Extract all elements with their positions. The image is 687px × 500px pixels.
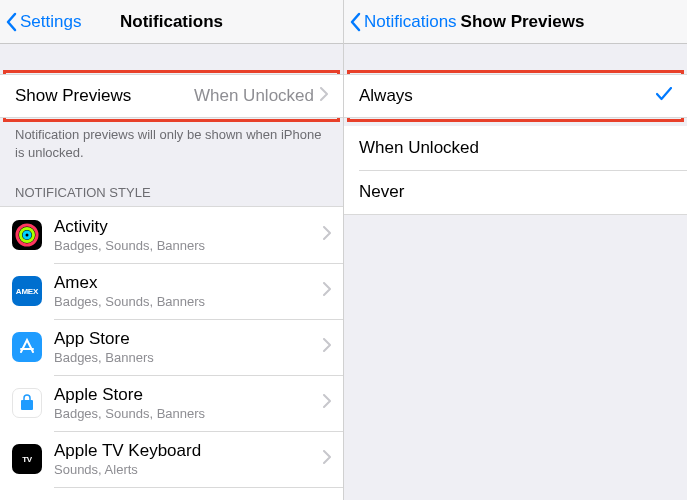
option-label: When Unlocked	[359, 138, 672, 158]
app-sub: Badges, Banners	[54, 350, 323, 365]
page-title: Show Previews	[461, 12, 585, 32]
navbar-left: Settings Notifications	[0, 0, 343, 44]
chevron-right-icon	[323, 226, 331, 244]
option-label: Never	[359, 182, 672, 202]
app-row-calendar[interactable]: Thursday 9 Calendar Off	[0, 487, 343, 500]
back-button-notifications[interactable]: Notifications	[350, 12, 457, 32]
chevron-right-icon	[323, 338, 331, 356]
notification-style-header: NOTIFICATION STYLE	[0, 179, 343, 206]
page-title: Notifications	[120, 12, 223, 32]
chevron-right-icon	[323, 394, 331, 412]
option-always[interactable]: Always	[344, 74, 687, 118]
show-previews-panel: Notifications Show Previews Always When …	[343, 0, 687, 500]
chevron-left-icon	[6, 12, 18, 32]
applestore-icon	[12, 388, 42, 418]
app-row-applestore[interactable]: Apple Store Badges, Sounds, Banners	[0, 375, 343, 431]
back-label: Notifications	[364, 12, 457, 32]
chevron-right-icon	[323, 450, 331, 468]
option-when-unlocked[interactable]: When Unlocked	[344, 126, 687, 170]
activity-icon	[12, 220, 42, 250]
show-previews-wrap: Show Previews When Unlocked	[0, 74, 343, 118]
spacer	[0, 44, 343, 74]
svg-point-2	[24, 232, 30, 238]
back-label: Settings	[20, 12, 81, 32]
app-sub: Badges, Sounds, Banners	[54, 238, 323, 253]
app-sub: Badges, Sounds, Banners	[54, 294, 323, 309]
app-row-amex[interactable]: AMEX Amex Badges, Sounds, Banners	[0, 263, 343, 319]
app-row-appletv[interactable]: TV Apple TV Keyboard Sounds, Alerts	[0, 431, 343, 487]
app-name: App Store	[54, 329, 323, 349]
amex-icon: AMEX	[12, 276, 42, 306]
show-previews-value: When Unlocked	[194, 86, 314, 106]
app-name: Apple Store	[54, 385, 323, 405]
app-texts: App Store Badges, Banners	[54, 329, 323, 365]
app-texts: Apple TV Keyboard Sounds, Alerts	[54, 441, 323, 477]
show-previews-label: Show Previews	[15, 86, 194, 106]
chevron-left-icon	[350, 12, 362, 32]
appstore-icon	[12, 332, 42, 362]
app-texts: Apple Store Badges, Sounds, Banners	[54, 385, 323, 421]
option-always-wrap: Always	[344, 74, 687, 118]
appletv-icon: TV	[12, 444, 42, 474]
option-never[interactable]: Never	[344, 170, 687, 214]
chevron-right-icon	[320, 87, 328, 105]
app-sub: Badges, Sounds, Banners	[54, 406, 323, 421]
app-name: Amex	[54, 273, 323, 293]
back-button-settings[interactable]: Settings	[6, 12, 81, 32]
chevron-right-icon	[323, 282, 331, 300]
svg-point-1	[21, 229, 34, 242]
app-texts: Amex Badges, Sounds, Banners	[54, 273, 323, 309]
app-texts: Activity Badges, Sounds, Banners	[54, 217, 323, 253]
app-row-activity[interactable]: Activity Badges, Sounds, Banners	[0, 207, 343, 263]
app-sub: Sounds, Alerts	[54, 462, 323, 477]
app-name: Apple TV Keyboard	[54, 441, 323, 461]
app-row-appstore[interactable]: App Store Badges, Banners	[0, 319, 343, 375]
show-previews-row[interactable]: Show Previews When Unlocked	[0, 74, 343, 118]
navbar-right: Notifications Show Previews	[344, 0, 687, 44]
spacer	[344, 44, 687, 74]
options-group: When Unlocked Never	[344, 126, 687, 215]
notifications-panel: Settings Notifications Show Previews Whe…	[0, 0, 343, 500]
checkmark-icon	[656, 87, 672, 105]
svg-rect-3	[21, 400, 33, 410]
app-name: Activity	[54, 217, 323, 237]
option-label: Always	[359, 86, 656, 106]
show-previews-footer: Notification previews will only be shown…	[0, 118, 343, 179]
app-list: Activity Badges, Sounds, Banners AMEX Am…	[0, 206, 343, 500]
